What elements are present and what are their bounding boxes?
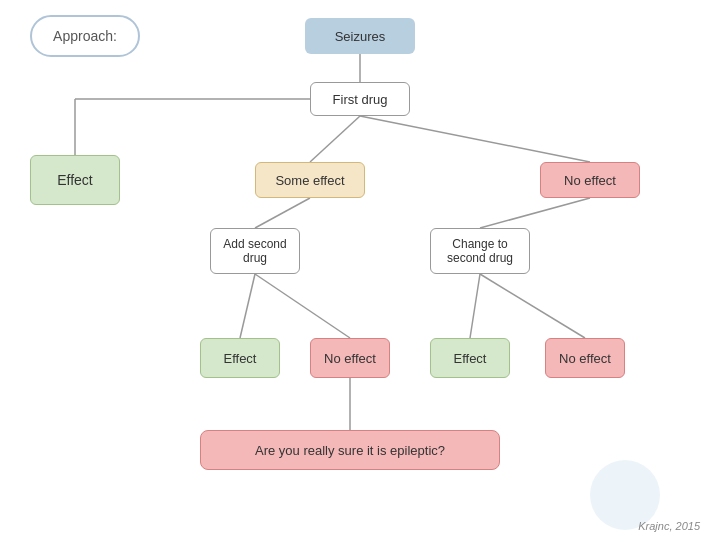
seizures-node: Seizures [305, 18, 415, 54]
are-you-sure-node: Are you really sure it is epileptic? [200, 430, 500, 470]
svg-line-7 [240, 274, 255, 338]
svg-line-8 [255, 274, 350, 338]
effect-mid-node: Effect [200, 338, 280, 378]
some-effect-node: Some effect [255, 162, 365, 198]
no-effect-mid-node: No effect [310, 338, 390, 378]
diagram: Approach: Seizures First drug Effect Som… [0, 0, 720, 540]
citation: Krajnc, 2015 [638, 520, 700, 532]
no-effect-right-node: No effect [545, 338, 625, 378]
svg-line-6 [480, 198, 590, 228]
first-drug-node: First drug [310, 82, 410, 116]
svg-line-10 [480, 274, 585, 338]
svg-line-5 [255, 198, 310, 228]
change-second-drug-node: Change to second drug [430, 228, 530, 274]
svg-line-3 [310, 116, 360, 162]
svg-line-4 [360, 116, 590, 162]
effect-right-node: Effect [430, 338, 510, 378]
svg-line-9 [470, 274, 480, 338]
add-second-drug-node: Add second drug [210, 228, 300, 274]
approach-label: Approach: [30, 15, 140, 57]
no-effect-top-node: No effect [540, 162, 640, 198]
effect-left-node: Effect [30, 155, 120, 205]
